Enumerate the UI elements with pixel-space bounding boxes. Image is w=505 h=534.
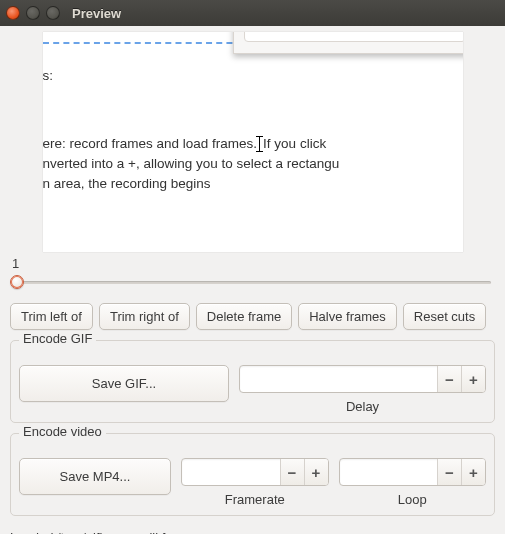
delete-frame-button[interactable]: Delete frame [196, 303, 292, 330]
preview-line: n area, the recording begins [43, 174, 457, 194]
framerate-input[interactable] [182, 459, 280, 485]
frame-slider-value: 1 [12, 256, 495, 271]
frame-slider[interactable] [10, 273, 495, 291]
slider-track [14, 281, 491, 284]
encode-video-legend: Encode video [19, 424, 106, 439]
minus-icon[interactable] [437, 366, 461, 392]
encode-gif-legend: Encode GIF [19, 331, 96, 346]
framerate-spin[interactable] [181, 458, 329, 486]
delay-spin[interactable] [239, 365, 486, 393]
content: s: ere: record frames and load frames.If… [0, 32, 505, 534]
delay-label: Delay [239, 399, 486, 414]
titlebar: Preview [0, 0, 505, 26]
framerate-label: Framerate [181, 492, 329, 507]
slider-thumb[interactable] [10, 275, 24, 289]
frame-slider-wrap: 1 [10, 256, 495, 291]
floating-panel [233, 32, 463, 54]
maximize-icon[interactable] [46, 6, 60, 20]
loop-label: Loop [339, 492, 487, 507]
window-title: Preview [72, 6, 121, 21]
loop-spin[interactable] [339, 458, 487, 486]
status-text: Loaded /tmp/gifine_mgqiikfovc [10, 530, 495, 534]
save-gif-button[interactable]: Save GIF... [19, 365, 229, 402]
preview-line: s: [43, 66, 457, 86]
preview-line: ere: record frames and load frames.If yo… [43, 134, 457, 154]
delay-input[interactable] [240, 366, 437, 392]
preview-text: s: ere: record frames and load frames.If… [43, 60, 463, 194]
save-mp4-button[interactable]: Save MP4... [19, 458, 171, 495]
reset-cuts-button[interactable]: Reset cuts [403, 303, 486, 330]
plus-icon[interactable] [461, 459, 485, 485]
floating-panel-field [244, 32, 463, 42]
preview-line: nverted into a +, allowing you to select… [43, 154, 457, 174]
minus-icon[interactable] [437, 459, 461, 485]
plus-icon[interactable] [304, 459, 328, 485]
minimize-icon[interactable] [26, 6, 40, 20]
selection-border [43, 42, 263, 44]
close-icon[interactable] [6, 6, 20, 20]
encode-video-group: Encode video Save MP4... Framerate Loop [10, 433, 495, 516]
minus-icon[interactable] [280, 459, 304, 485]
loop-input[interactable] [340, 459, 438, 485]
trim-left-button[interactable]: Trim left of [10, 303, 93, 330]
preview-area: s: ere: record frames and load frames.If… [43, 32, 463, 252]
trim-button-row: Trim left of Trim right of Delete frame … [10, 303, 495, 330]
trim-right-button[interactable]: Trim right of [99, 303, 190, 330]
encode-gif-group: Encode GIF Save GIF... Delay [10, 340, 495, 423]
plus-icon[interactable] [461, 366, 485, 392]
halve-frames-button[interactable]: Halve frames [298, 303, 397, 330]
